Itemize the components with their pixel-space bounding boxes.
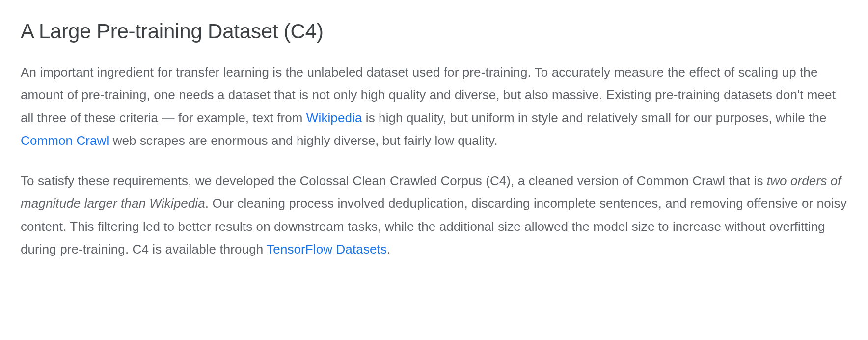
paragraph-1: An important ingredient for transfer lea… xyxy=(21,61,847,152)
text-run: web scrapes are enormous and highly dive… xyxy=(109,133,497,148)
link-common-crawl[interactable]: Common Crawl xyxy=(21,133,109,148)
text-run: is high quality, but uniform in style an… xyxy=(362,111,826,125)
section-heading: A Large Pre-training Dataset (C4) xyxy=(21,20,847,43)
link-wikipedia[interactable]: Wikipedia xyxy=(306,111,362,125)
paragraph-2: To satisfy these requirements, we develo… xyxy=(21,170,847,260)
text-run: To satisfy these requirements, we develo… xyxy=(21,173,767,188)
text-run: . xyxy=(387,242,390,256)
link-tensorflow-datasets[interactable]: TensorFlow Datasets xyxy=(267,242,387,256)
